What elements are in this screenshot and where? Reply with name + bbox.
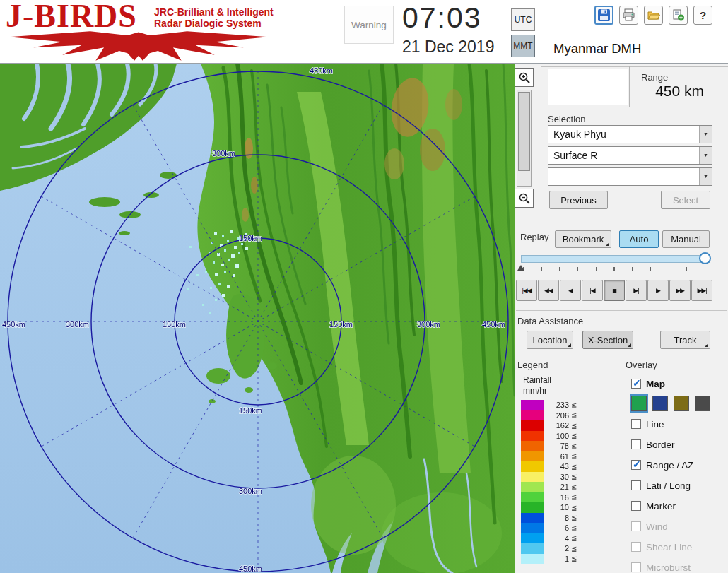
play-button[interactable]: ▶: [647, 280, 669, 301]
checkbox[interactable]: [631, 460, 641, 470]
question-icon: ?: [700, 9, 706, 21]
overlay-item-label: Shear Line: [646, 542, 692, 553]
legend-row: 162≦: [521, 420, 606, 431]
overlay-item-label: Microburst: [646, 562, 691, 573]
map-color-green[interactable]: [631, 396, 647, 411]
map-color-navy[interactable]: [652, 396, 668, 411]
legend-value: 16: [548, 493, 569, 502]
map-color-gray[interactable]: [695, 396, 710, 411]
skip-to-end-button[interactable]: ▶▶|: [691, 280, 712, 301]
checkbox[interactable]: [631, 419, 641, 429]
legend-value: 61: [548, 452, 569, 461]
header-bar: J-BIRDS JRC-Brilliant & Intelligent Rada…: [0, 0, 728, 64]
replay-label: Replay: [520, 232, 548, 242]
radar-map: 450km 300km 150km 450km 300km 150km 150k…: [0, 64, 515, 573]
legend-suffix: ≦: [571, 422, 577, 430]
checkbox[interactable]: [631, 379, 641, 389]
ring-label: 450km: [2, 320, 25, 329]
overlay-item-marker[interactable]: Marker: [631, 500, 676, 512]
separator: [516, 220, 727, 220]
legend-suffix: ≦: [571, 463, 577, 471]
option-dropdown[interactable]: ▼: [548, 167, 712, 186]
fast-rewind-button[interactable]: ◀◀: [538, 280, 559, 301]
zoom-scrollbar-thumb[interactable]: [518, 92, 530, 171]
previous-button[interactable]: Previous: [549, 191, 608, 209]
legend-row: 61≦: [521, 451, 606, 462]
export-button[interactable]: [669, 6, 688, 25]
select-button[interactable]: Select: [661, 191, 710, 209]
warning-label: Warning: [351, 20, 387, 30]
ring-label: 150km: [239, 406, 262, 415]
help-button[interactable]: ?: [693, 6, 712, 25]
zoom-scrollbar[interactable]: [517, 90, 532, 187]
step-forward-button[interactable]: ▶|: [626, 280, 647, 301]
replay-start-marker-icon: [517, 265, 524, 271]
chevron-down-icon[interactable]: ▼: [699, 147, 712, 164]
checkbox: [631, 521, 641, 531]
chevron-down-icon[interactable]: ▼: [699, 126, 712, 143]
replay-slider-thumb[interactable]: [699, 252, 711, 264]
fast-forward-button[interactable]: ▶▶: [669, 280, 691, 301]
range-value: 450 km: [655, 83, 704, 100]
track-button[interactable]: Track: [660, 331, 710, 349]
overlay-item-label: Line: [646, 419, 664, 430]
radar-map-area[interactable]: 450km 300km 150km 450km 300km 150km 150k…: [0, 64, 515, 573]
legend-suffix: ≦: [571, 483, 577, 491]
overlay-item-lati-long[interactable]: Lati / Long: [631, 479, 691, 492]
legend-suffix: ≦: [571, 534, 577, 542]
legend-color: [521, 400, 544, 410]
checkbox[interactable]: [631, 501, 641, 511]
legend-row: 206≦: [521, 410, 606, 421]
overlay-item-range-az[interactable]: Range / AZ: [631, 459, 694, 471]
legend-value: 8: [548, 514, 569, 522]
overlay-item-border[interactable]: Border: [631, 438, 675, 451]
overlay-item-line[interactable]: Line: [631, 418, 664, 430]
zoom-out-button[interactable]: [515, 189, 534, 208]
mmt-button[interactable]: MMT: [511, 35, 535, 57]
ring-label: 450km: [310, 66, 333, 75]
overlay-item-microburst: Microburst: [631, 561, 691, 573]
zoom-in-button[interactable]: [515, 68, 534, 87]
play-reverse-button[interactable]: ◀: [560, 280, 581, 301]
site-dropdown[interactable]: Kyauk Phyu ▼: [548, 125, 712, 143]
checkbox[interactable]: [631, 439, 641, 449]
product-dropdown[interactable]: Surface R ▼: [548, 146, 712, 165]
legend-suffix: ≦: [571, 514, 577, 521]
step-back-button[interactable]: |◀: [582, 280, 603, 301]
legend-color: [521, 472, 544, 483]
legend-color: [521, 513, 544, 524]
legend-row: 233≦: [521, 400, 606, 410]
zoom-in-icon: [518, 71, 531, 84]
skip-to-start-button[interactable]: |◀◀: [516, 280, 537, 301]
stop-button[interactable]: ■: [604, 280, 625, 301]
xsection-button[interactable]: X-Section: [582, 331, 633, 349]
map-color-olive[interactable]: [674, 396, 689, 411]
utc-button[interactable]: UTC: [511, 8, 535, 31]
site-dropdown-value: Kyauk Phyu: [553, 129, 606, 140]
manual-button[interactable]: Manual: [662, 230, 710, 248]
clock-date: 21 Dec 2019: [402, 37, 494, 57]
overlay-item-map[interactable]: Map: [631, 377, 665, 390]
legend-color: [521, 441, 544, 451]
ring-label: 450km: [482, 320, 505, 329]
checkbox[interactable]: [631, 480, 641, 490]
legend-suffix: ≦: [571, 504, 577, 512]
ring-label: 150km: [163, 320, 186, 329]
location-button[interactable]: Location: [527, 331, 573, 349]
legend-value: 78: [548, 442, 569, 450]
floppy-icon: [597, 8, 611, 22]
chevron-down-icon[interactable]: ▼: [699, 168, 712, 185]
legend-value: 43: [548, 462, 569, 471]
legend-color: [521, 543, 544, 554]
range-display-box: [548, 69, 628, 105]
open-folder-button[interactable]: [644, 6, 663, 25]
legend-suffix: ≦: [571, 545, 577, 553]
legend-row: 6≦: [521, 523, 606, 533]
checkbox: [631, 562, 641, 572]
auto-button[interactable]: Auto: [619, 230, 659, 248]
bookmark-button[interactable]: Bookmark: [555, 230, 611, 248]
save-button[interactable]: [594, 6, 613, 25]
replay-timeline-slider[interactable]: [521, 255, 710, 263]
overlay-item-label: Map: [646, 379, 665, 389]
print-button[interactable]: [619, 6, 638, 25]
